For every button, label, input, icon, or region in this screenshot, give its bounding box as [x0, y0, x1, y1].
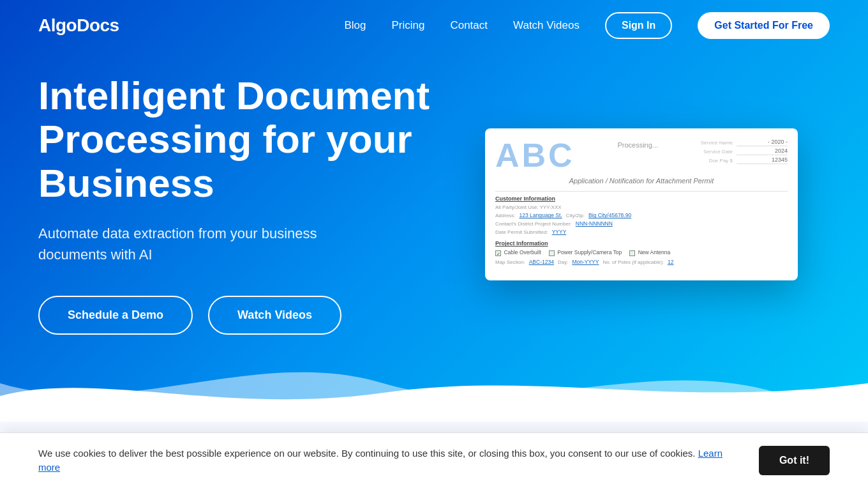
watch-videos-button[interactable]: Watch Videos [208, 296, 341, 335]
doc-project-title: Project Information [495, 240, 788, 247]
main-header: AlgoDocs Blog Pricing Contact Watch Vide… [0, 0, 868, 51]
doc-map-row: Map Section: ABC-1234 Day: Mon-YYYY No. … [495, 259, 788, 265]
checkbox-cable: Cable Overbuilt [495, 249, 541, 255]
nav-contact[interactable]: Contact [450, 19, 488, 32]
logo-text: AlgoDocs [38, 15, 119, 35]
doc-field-3: Due Pay $ 12345 [701, 156, 788, 164]
doc-card-top: ABC Processing... Service Name - 2020 - … [495, 139, 788, 172]
checkbox-antenna: New Antenna [629, 249, 670, 255]
doc-processing-label: Processing... [575, 139, 701, 149]
nav-pricing[interactable]: Pricing [391, 19, 424, 32]
nav-watch-videos[interactable]: Watch Videos [513, 19, 580, 32]
hero-buttons: Schedule a Demo Watch Videos [38, 296, 460, 335]
doc-checkbox-row: Cable Overbuilt Power Supply/Camera Top … [495, 249, 788, 255]
doc-project-section: Project Information Cable Overbuilt Powe… [495, 240, 788, 264]
doc-field-2: Service Date 2024 [701, 148, 788, 155]
doc-customer-section: Customer Information All Party/Joint Use… [495, 195, 788, 235]
doc-customer-row-4: Date Permit Submitted: YYYY [495, 229, 788, 235]
doc-field-1: Service Name - 2020 - [701, 139, 788, 146]
checkbox-power-icon [549, 250, 555, 256]
doc-divider-1 [495, 191, 788, 192]
doc-customer-row-3: Contact's District Project Number: NNN-N… [495, 220, 788, 227]
nav-blog[interactable]: Blog [344, 19, 366, 32]
get-started-button[interactable]: Get Started For Free [698, 12, 830, 39]
schedule-demo-button[interactable]: Schedule a Demo [38, 296, 193, 335]
sign-in-button[interactable]: Sign In [605, 12, 672, 39]
hero-subtitle: Automate data extraction from your busin… [38, 223, 357, 265]
hero-title: Intelligent Document Processing for your… [38, 74, 460, 205]
logo[interactable]: AlgoDocs [38, 15, 119, 36]
doc-fields-right: Service Name - 2020 - Service Date 2024 … [701, 139, 788, 164]
doc-app-title: Application / Notification for Attachmen… [495, 177, 788, 185]
hero-visual: ABC Processing... Service Name - 2020 - … [485, 128, 798, 280]
hero-wave [0, 345, 868, 422]
doc-abc-logo: ABC [495, 139, 575, 172]
hero-section: Intelligent Document Processing for your… [0, 0, 868, 422]
doc-customer-row-2: Address: 123 Language St. City/Zip: Big … [495, 212, 788, 218]
doc-customer-row-1: All Party/Joint Use: YYY-XXX [495, 204, 788, 210]
cookie-banner: We use cookies to deliver the best possi… [0, 432, 868, 485]
hero-content: Intelligent Document Processing for your… [38, 74, 460, 335]
main-nav: Blog Pricing Contact Watch Videos Sign I… [344, 12, 830, 39]
doc-customer-title: Customer Information [495, 195, 788, 202]
cookie-text: We use cookies to deliver the best possi… [38, 446, 733, 475]
got-it-button[interactable]: Got it! [759, 446, 830, 475]
checkbox-cable-icon [495, 250, 501, 256]
checkbox-power: Power Supply/Camera Top [549, 249, 622, 255]
document-preview-card: ABC Processing... Service Name - 2020 - … [485, 128, 798, 280]
checkbox-antenna-icon [629, 250, 635, 256]
